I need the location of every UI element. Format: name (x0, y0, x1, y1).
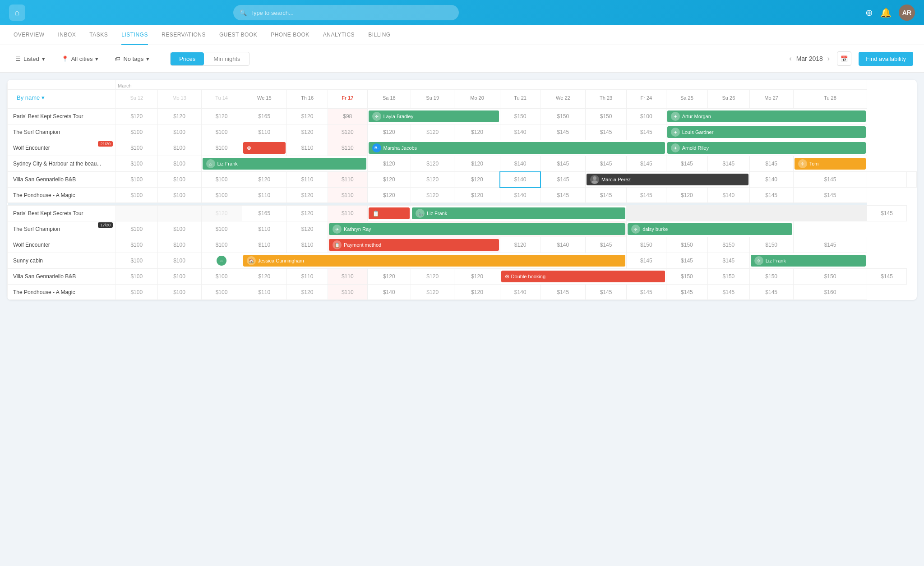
price-cell[interactable]: $120 (411, 188, 454, 203)
nav-analytics[interactable]: ANALYTICS (323, 25, 355, 45)
price-cell[interactable]: $145 (586, 237, 627, 253)
price-cell[interactable]: $165 (242, 109, 286, 124)
price-cell[interactable]: $120 (666, 188, 708, 203)
price-cell[interactable]: $120 (411, 172, 454, 188)
property-name[interactable]: Wolf Encounter (8, 237, 116, 253)
booking-cell[interactable]: 🏠 Jessica Cunningham (242, 253, 627, 269)
price-cell[interactable]: $100 (157, 221, 201, 237)
property-name[interactable]: Villa San Gennariello B&B (8, 269, 116, 285)
price-cell[interactable]: $145 (666, 156, 708, 172)
booking-cell[interactable]: ✈ Layla Bradley (367, 109, 500, 124)
price-cell[interactable]: $150 (708, 269, 750, 285)
price-cell[interactable]: $100 (201, 237, 242, 253)
price-cell[interactable]: $110 (242, 124, 286, 140)
booking-cell[interactable]: ✈ Artur Morgan (666, 109, 867, 124)
price-cell[interactable]: $110 (287, 140, 328, 156)
price-cell[interactable]: $145 (749, 156, 793, 172)
price-cell[interactable] (708, 206, 750, 221)
booking-cell[interactable]: Marcia Perez (586, 172, 750, 188)
price-cell[interactable]: $110 (287, 237, 328, 253)
price-cell[interactable]: $110 (242, 285, 286, 300)
find-availability-button[interactable]: Find availability (859, 52, 913, 66)
price-cell[interactable]: $120 (242, 269, 286, 285)
price-cell[interactable]: $120 (454, 172, 500, 188)
price-cell[interactable]: $120 (287, 285, 328, 300)
price-cell[interactable]: $100 (116, 156, 158, 172)
price-cell[interactable]: $140 (500, 124, 541, 140)
price-cell[interactable]: $120 (367, 269, 411, 285)
booking-cell[interactable]: ✈ Tom (793, 156, 867, 172)
price-cell[interactable]: $165 (242, 206, 286, 221)
notifications-icon[interactable]: 🔔 (880, 7, 892, 18)
price-cell[interactable]: $120 (500, 237, 541, 253)
tags-filter[interactable]: 🏷 No tags ▾ (110, 53, 154, 65)
price-cell[interactable]: $150 (666, 237, 708, 253)
booking-cell[interactable]: ⌂ Liz Frank (201, 156, 367, 172)
price-cell-highlighted[interactable]: $140 (500, 172, 541, 188)
price-cell[interactable]: $100 (157, 124, 201, 140)
booking-cell[interactable]: ✈ Liz Frank (749, 253, 867, 269)
price-cell[interactable]: $100 (116, 140, 158, 156)
by-name-sort[interactable]: By name ▾ (9, 91, 114, 105)
property-name[interactable]: Paris' Best Kept Secrets Tour (8, 109, 116, 124)
price-cell[interactable]: $120 (454, 124, 500, 140)
price-cell[interactable]: $160 (793, 285, 867, 300)
price-cell[interactable]: $140 (708, 188, 750, 203)
price-cell[interactable]: $140 (541, 237, 585, 253)
price-cell[interactable]: $145 (666, 253, 708, 269)
price-cell[interactable]: $150 (541, 109, 585, 124)
price-cell[interactable]: $110 (287, 269, 328, 285)
price-cell[interactable]: $100 (201, 221, 242, 237)
price-cell[interactable]: $110 (328, 206, 368, 221)
booking-cell[interactable]: ⌂ (201, 253, 242, 269)
price-cell[interactable]: $100 (157, 285, 201, 300)
price-cell[interactable]: $100 (157, 253, 201, 269)
price-cell[interactable]: $145 (627, 156, 666, 172)
price-cell[interactable]: $120 (367, 172, 411, 188)
price-cell[interactable]: $120 (201, 206, 242, 221)
price-cell[interactable]: $150 (586, 109, 627, 124)
price-cell[interactable]: $145 (627, 188, 666, 203)
nav-listings[interactable]: LISTINGS (121, 25, 148, 45)
booking-cell[interactable]: ⊗ Double booking (500, 269, 666, 285)
booking-cell[interactable]: ✈ Louis Gardner (666, 124, 867, 140)
price-cell[interactable]: $145 (586, 124, 627, 140)
price-cell[interactable] (116, 206, 158, 221)
price-cell[interactable]: $100 (201, 188, 242, 203)
price-cell[interactable]: $140 (500, 285, 541, 300)
price-cell[interactable]: $100 (157, 156, 201, 172)
price-cell[interactable]: $100 (116, 124, 158, 140)
price-cell[interactable]: $140 (500, 156, 541, 172)
price-cell[interactable]: $120 (287, 109, 328, 124)
price-cell[interactable]: $120 (411, 124, 454, 140)
price-cell[interactable]: $100 (116, 172, 158, 188)
price-cell[interactable]: $140 (367, 285, 411, 300)
price-cell[interactable]: $120 (328, 124, 368, 140)
by-name-header[interactable]: By name ▾ (8, 90, 116, 109)
price-cell[interactable]: $120 (287, 124, 328, 140)
price-cell[interactable]: $145 (586, 285, 627, 300)
price-cell[interactable]: $120 (287, 188, 328, 203)
nav-billing[interactable]: BILLING (368, 25, 391, 45)
price-cell[interactable]: $110 (287, 172, 328, 188)
property-name[interactable]: Villa San Gennariello B&B (8, 172, 116, 188)
price-cell[interactable]: $100 (157, 172, 201, 188)
price-cell[interactable] (793, 206, 867, 221)
property-name[interactable]: The Pondhouse - A Magic (8, 285, 116, 300)
price-cell[interactable]: $145 (541, 172, 585, 188)
price-cell[interactable]: $120 (454, 156, 500, 172)
avatar[interactable]: AR (899, 5, 915, 21)
price-cell[interactable]: $100 (201, 172, 242, 188)
price-cell[interactable]: $145 (708, 156, 750, 172)
price-cell[interactable]: $110 (328, 172, 368, 188)
price-cell[interactable]: $145 (586, 188, 627, 203)
price-cell[interactable]: $120 (454, 188, 500, 203)
price-cell[interactable] (906, 172, 916, 188)
price-cell[interactable]: $100 (201, 124, 242, 140)
price-cell[interactable]: $145 (708, 285, 750, 300)
price-cell[interactable]: $100 (116, 253, 158, 269)
price-cell[interactable]: $145 (793, 188, 867, 203)
price-cell[interactable]: $145 (627, 124, 666, 140)
nav-overview[interactable]: OVERVIEW (14, 25, 44, 45)
price-cell[interactable]: $145 (867, 206, 907, 221)
